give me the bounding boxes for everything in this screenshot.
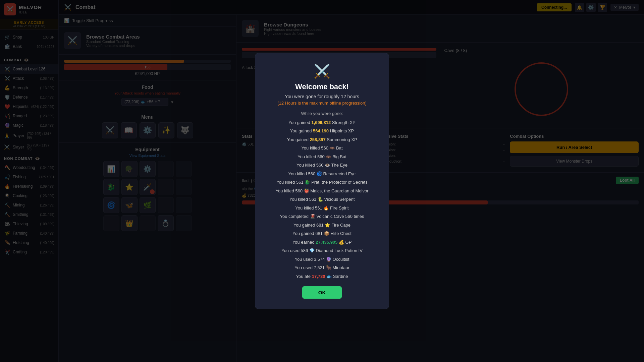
modal-intro: While you were gone: [267, 111, 377, 116]
modal-line-7: You killed 561 🐉 Prat, the Protector of … [267, 179, 377, 186]
modal-line-11: You completed 🌋 Volcanic Cave 560 times [267, 213, 377, 220]
modal-line-2: You gained 258,897 Summoning XP [267, 136, 377, 143]
modal-line-17: You used 7,521 🐂 Minotaur [267, 264, 377, 271]
modal-line-18: You ate 17,730 🐟 Sardine [267, 273, 377, 280]
modal-title: Welcome back! [267, 82, 377, 91]
modal-line-13: You gained 681 📦 Elite Chest [267, 230, 377, 237]
modal-line-15: You used 586 💎 Diamond Luck Potion IV [267, 247, 377, 254]
modal-line-5: You killed 560 👁️ The Eye [267, 162, 377, 169]
modal-line-4: You killed 560 🦇 Big Bat [267, 154, 377, 160]
modal-overlay[interactable]: ⚔️ Welcome back! You were gone for rough… [0, 0, 644, 362]
modal-line-14: You earned 27,435,905 💰 GP [267, 239, 377, 246]
modal-line-8: You killed 560 👹 Malcs, the Guardian of … [267, 188, 377, 194]
modal-warning: (12 Hours is the maximum offline progres… [267, 101, 377, 106]
modal-lines: You gained 1,696,812 Strength XP You gai… [267, 119, 377, 280]
modal-line-3: You killed 560 🦇 Bat [267, 145, 377, 152]
modal-swords-icon: ⚔️ [267, 63, 377, 79]
welcome-back-modal: ⚔️ Welcome back! You were gone for rough… [255, 53, 389, 309]
modal-sub: You were gone for roughly 12 hours [267, 94, 377, 99]
modal-line-1: You gained 564,190 Hitpoints XP [267, 128, 377, 134]
modal-line-16: You used 3,574 🔮 Occultist [267, 256, 377, 263]
modal-line-0: You gained 1,696,812 Strength XP [267, 119, 377, 126]
modal-ok-button[interactable]: OK [302, 286, 342, 299]
modal-line-9: You killed 561 🐍 Vicious Serpent [267, 196, 377, 203]
modal-line-6: You killed 560 🌀 Resurrected Eye [267, 171, 377, 177]
modal-line-12: You gained 681 ⭐ Fire Cape [267, 222, 377, 229]
modal-line-10: You killed 561 🔥 Fire Spirit [267, 205, 377, 212]
